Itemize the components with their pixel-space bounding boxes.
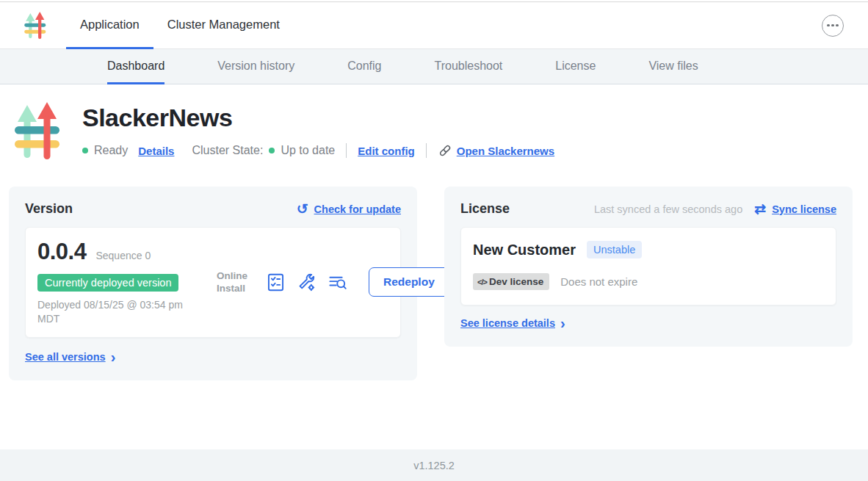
version-card-title: Version [25, 201, 73, 217]
sequence-label: Sequence 0 [95, 250, 151, 261]
customer-name: New Customer [473, 242, 576, 258]
tab-application[interactable]: Application [66, 2, 153, 49]
license-details-box: New Customer Unstable </> Dev license Do… [460, 227, 836, 305]
tab-view-files[interactable]: View files [648, 49, 698, 84]
slackernews-logo-large [15, 102, 60, 161]
cluster-state-label: Cluster State: [192, 144, 263, 157]
more-options-menu-button[interactable] [822, 15, 844, 37]
check-for-update-link[interactable]: Check for update [314, 203, 401, 215]
top-nav: Application Cluster Management [0, 2, 868, 49]
chain-link-icon [438, 143, 452, 158]
config-wrench-icon[interactable] [297, 272, 317, 292]
cluster-state-dot [269, 148, 275, 153]
footer: v1.125.2 [0, 449, 868, 481]
chevron-right-icon: › [111, 350, 116, 364]
deploy-logs-icon[interactable] [328, 272, 347, 292]
dashboard-cards: Version ↺ Check for update 0.0.4 Sequenc… [9, 187, 859, 380]
preflight-checks-icon[interactable] [266, 272, 286, 292]
app-sub-nav: Dashboard Version history Config Trouble… [0, 49, 868, 84]
tab-cluster-management-label: Cluster Management [167, 18, 280, 32]
cluster-state-value: Up to date [281, 144, 335, 157]
app-status-row: Ready Details Cluster State: Up to date … [82, 143, 554, 158]
license-expiry-text: Does not expire [560, 275, 637, 288]
ellipsis-icon [827, 24, 830, 27]
see-all-versions[interactable]: See all versions › [25, 350, 401, 364]
version-card: Version ↺ Check for update 0.0.4 Sequenc… [9, 187, 417, 380]
tab-dashboard[interactable]: Dashboard [107, 49, 164, 84]
slackernews-logo-icon [24, 12, 46, 40]
license-card: License Last synced a few seconds ago ⇄ … [444, 187, 853, 347]
divider [346, 143, 347, 158]
tab-application-label: Application [80, 18, 140, 32]
tab-license[interactable]: License [555, 49, 596, 84]
top-nav-tabs: Application Cluster Management [66, 2, 294, 48]
refresh-icon: ↺ [297, 202, 308, 216]
version-number: 0.0.4 [37, 239, 86, 265]
check-for-update[interactable]: ↺ Check for update [297, 202, 401, 216]
channel-badge: Unstable [587, 241, 642, 258]
chevron-right-icon: › [560, 316, 565, 330]
redeploy-button[interactable]: Redeploy [369, 267, 449, 297]
sync-license-link[interactable]: Sync license [772, 203, 836, 215]
open-app-link[interactable]: Open Slackernews [457, 145, 554, 157]
console-version: v1.125.2 [413, 460, 455, 471]
last-synced-text: Last synced a few seconds ago [594, 203, 742, 215]
license-type-badge: </> Dev license [473, 273, 549, 290]
see-license-details-link[interactable]: See license details [460, 317, 555, 329]
tab-config[interactable]: Config [347, 49, 381, 84]
tab-cluster-management[interactable]: Cluster Management [153, 2, 294, 49]
deployed-timestamp: Deployed 08/15/25 @ 03:54 pm MDT [37, 298, 198, 326]
tab-version-history[interactable]: Version history [217, 49, 294, 84]
see-all-versions-link[interactable]: See all versions [25, 351, 106, 363]
tab-troubleshoot[interactable]: Troubleshoot [434, 49, 502, 84]
see-license-details[interactable]: See license details › [460, 316, 836, 330]
page-title: SlackerNews [82, 104, 554, 132]
app-ready-status-dot [82, 148, 88, 153]
details-link[interactable]: Details [138, 145, 174, 157]
install-type-label: Online Install [217, 270, 255, 295]
edit-config-link[interactable]: Edit config [358, 145, 415, 157]
current-version-box: 0.0.4 Sequence 0 Currently deployed vers… [25, 227, 401, 338]
sync-icon: ⇄ [754, 202, 766, 216]
app-status-text: Ready [94, 144, 128, 157]
code-icon: </> [477, 278, 487, 286]
divider [426, 143, 427, 158]
app-logo-small[interactable] [24, 2, 46, 48]
app-header: SlackerNews Ready Details Cluster State:… [15, 102, 868, 161]
license-card-title: License [460, 201, 510, 217]
currently-deployed-badge: Currently deployed version [37, 274, 178, 292]
